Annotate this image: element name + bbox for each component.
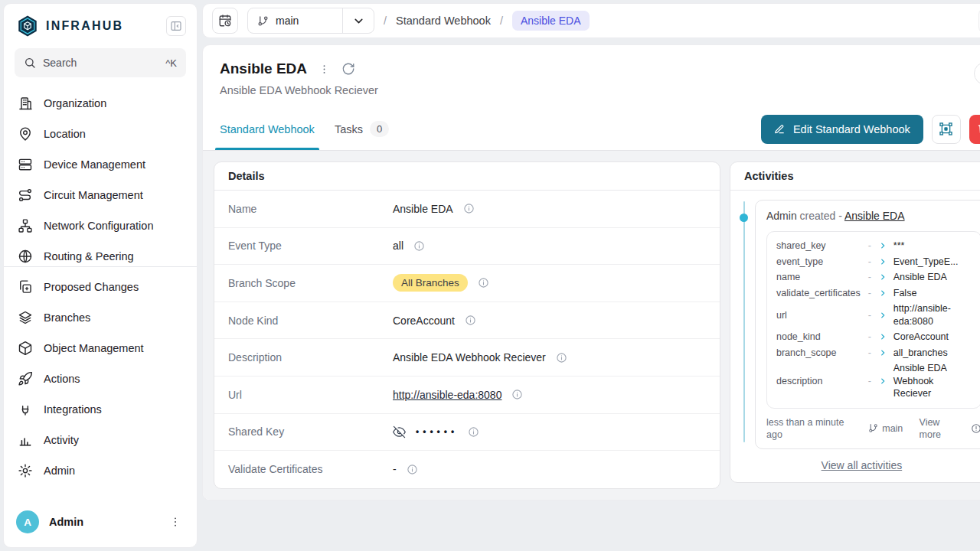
detail-label: Name [228, 203, 393, 215]
property-name: description [776, 376, 861, 386]
activities-header: Activities [730, 162, 980, 191]
eye-off-icon[interactable] [393, 425, 406, 439]
time-travel-button[interactable] [212, 8, 238, 34]
info-icon[interactable] [465, 315, 476, 326]
sidebar-nav-primary: Organization Location Device Management [4, 88, 197, 267]
info-icon[interactable] [478, 277, 489, 289]
branch-selector[interactable]: main [247, 8, 374, 34]
chevron-right-icon [879, 258, 888, 266]
page-subtitle: Ansible EDA Webhook Reciever [220, 84, 980, 108]
infrahub-logo[interactable]: INFRAHUB [16, 15, 123, 37]
user-menu[interactable]: A Admin [4, 500, 197, 547]
property-new-value: *** [893, 240, 972, 253]
property-new-value: all_branches [893, 347, 972, 360]
sidebar-item-label: Admin [44, 465, 75, 477]
property-name: url [776, 310, 861, 321]
title-kebab-button[interactable] [318, 64, 330, 75]
tab-tasks[interactable]: Tasks 0 [335, 108, 389, 150]
details-panel: Details Name Ansible EDA Event Type [214, 161, 720, 489]
activity-target-link[interactable]: Ansible EDA [844, 210, 905, 222]
property-old-value: - [866, 272, 874, 282]
sidebar-item-device-management[interactable]: Device Management [4, 149, 197, 180]
sidebar-item-actions[interactable]: Actions [4, 364, 197, 394]
property-old-value: - [866, 376, 874, 386]
manage-groups-button[interactable] [932, 115, 961, 144]
sidebar-item-activity[interactable]: Activity [4, 425, 197, 455]
property-new-value: Event_TypeE... [893, 256, 972, 269]
collapse-sidebar-button[interactable] [166, 16, 186, 36]
property-old-value: - [866, 288, 874, 298]
property-row-branch-scope: branch_scope - all_branches [776, 345, 972, 361]
property-new-value: Ansible EDA Webhook Reciever [893, 362, 972, 400]
detail-label: Validate Certificates [228, 463, 393, 475]
sidebar-item-circuit-management[interactable]: Circuit Management [4, 180, 197, 210]
sidebar-item-object-management[interactable]: Object Management [4, 333, 197, 364]
property-old-value: - [866, 310, 874, 321]
url-link[interactable]: http://ansible-eda:8080 [393, 389, 501, 401]
delete-button[interactable] [969, 115, 980, 144]
sidebar-item-organization[interactable]: Organization [4, 88, 197, 119]
sidebar-item-integrations[interactable]: Integrations [4, 394, 197, 425]
property-old-value: - [866, 331, 874, 342]
info-icon[interactable] [413, 240, 425, 252]
detail-row-validate-certificates: Validate Certificates - [214, 451, 720, 488]
info-icon[interactable] [468, 426, 479, 438]
search-label: Search [43, 57, 77, 69]
chevron-right-icon [879, 377, 888, 385]
detail-value: Ansible EDA Webhook Reciever [393, 351, 546, 364]
map-pin-icon [18, 126, 33, 142]
property-row-event-type: event_type - Event_TypeE... [776, 254, 972, 270]
property-new-value: CoreAccount [893, 331, 972, 344]
server-icon [18, 157, 33, 172]
activity-event-card: Admin created - Ansible EDA shared_key -… [755, 200, 980, 449]
info-icon[interactable] [407, 464, 418, 475]
box-icon [18, 341, 33, 356]
masked-value: •••••• [416, 426, 458, 437]
property-row-name: name - Ansible EDA [776, 269, 972, 285]
alert-circle-icon[interactable] [971, 423, 980, 434]
sidebar-item-admin[interactable]: Admin [4, 455, 197, 486]
property-name: validate_certificates [776, 288, 861, 298]
sidebar-item-network-configuration[interactable]: Network Configuration [4, 210, 197, 241]
sidebar-item-branches[interactable]: Branches [4, 302, 197, 333]
timeline-line [743, 201, 745, 442]
branch-name: main [276, 15, 299, 27]
branch-selected: main [248, 8, 342, 33]
activity-action: created - [800, 210, 842, 222]
chevron-right-icon [879, 333, 888, 341]
breadcrumb-item-ansible-eda[interactable]: Ansible EDA [512, 11, 590, 31]
tab-standard-webhook[interactable]: Standard Webhook [220, 108, 315, 150]
breadcrumb-item-standard-webhook[interactable]: Standard Webhook [396, 15, 491, 27]
refresh-button[interactable] [341, 62, 355, 76]
git-branch-icon [868, 423, 878, 433]
detail-row-node-kind: Node Kind CoreAccount [214, 302, 720, 340]
git-branch-icon [257, 15, 269, 27]
branch-caret[interactable] [343, 8, 374, 33]
tabbar: Standard Webhook Tasks 0 Edit [203, 108, 980, 151]
edit-standard-webhook-button[interactable]: Edit Standard Webhook [761, 115, 923, 144]
info-icon[interactable] [556, 352, 567, 364]
pencil-icon [774, 124, 785, 135]
sidebar-item-routing-peering[interactable]: Routing & Peering [4, 241, 197, 267]
sidebar-item-label: Branches [44, 311, 90, 324]
sidebar-item-location[interactable]: Location [4, 119, 197, 149]
app-root: INFRAHUB Search ^K [0, 0, 980, 551]
activity-branch-name: main [882, 423, 903, 434]
info-icon[interactable] [463, 203, 475, 214]
sidebar-item-proposed-changes[interactable]: Proposed Changes [4, 272, 197, 302]
detail-value: CoreAccount [393, 315, 455, 327]
bar-chart-icon [18, 432, 33, 448]
user-kebab-button[interactable] [166, 513, 185, 531]
topbar: main / Standard Webhook / Ansible EDA [202, 3, 980, 38]
sidebar-item-label: Activity [44, 434, 79, 446]
layers-icon [18, 310, 33, 325]
view-all-activities-link[interactable]: View all activities [822, 459, 903, 471]
sidebar-item-label: Organization [44, 97, 106, 109]
info-icon[interactable] [511, 389, 523, 400]
search-input[interactable]: Search ^K [15, 48, 186, 77]
route-icon [18, 187, 33, 203]
details-header: Details [214, 162, 720, 191]
sidebar-header: INFRAHUB [4, 4, 197, 47]
sidebar-item-label: Location [44, 128, 86, 140]
view-more-link[interactable]: View more [920, 416, 955, 442]
